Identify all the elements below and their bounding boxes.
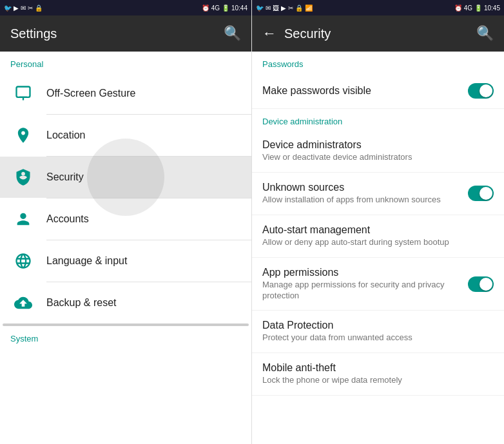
- security-title: Security: [46, 171, 241, 183]
- auto-start-item[interactable]: Auto-start management Allow or deny app …: [252, 215, 504, 258]
- language-text: Language & input: [46, 255, 241, 267]
- data-protection-subtitle: Protect your data from unwanted access: [262, 333, 494, 343]
- device-administrators-item[interactable]: Device administrators View or deactivate…: [252, 130, 504, 173]
- alarm-icon-r: ⏰: [454, 5, 462, 12]
- battery-icon: 🔋: [222, 5, 229, 12]
- right-toolbar-title: Security: [284, 26, 331, 41]
- twitter-icon-r: 🐦: [256, 5, 264, 12]
- alarm-icon: ⏰: [202, 5, 209, 12]
- video-icon-r: ▶: [281, 5, 286, 12]
- device-admin-section-header: Device administration: [252, 109, 504, 130]
- app-permissions-toggle[interactable]: [468, 276, 494, 292]
- sidebar-item-backup[interactable]: Backup & reset: [0, 282, 251, 323]
- right-status-icons-right: ⏰ 4G 🔋 10:45: [454, 5, 500, 12]
- unknown-sources-subtitle: Allow installation of apps from unknown …: [262, 195, 468, 206]
- system-section-header: System: [0, 326, 251, 347]
- gmail-icon-r: ✉: [266, 5, 271, 12]
- backup-text: Backup & reset: [46, 297, 241, 309]
- toolbar-left-group: ← Security: [262, 25, 331, 42]
- sidebar-item-security[interactable]: Security: [0, 157, 251, 198]
- left-status-bar: 🐦 ▶ ✉ ✂ 🔒 ⏰ 4G 🔋 10:44: [0, 0, 251, 15]
- left-toolbar-title: Settings: [10, 26, 57, 41]
- security-icon: [10, 164, 36, 190]
- battery-icon-r: 🔋: [474, 5, 482, 12]
- accounts-icon: [10, 206, 36, 232]
- backup-title: Backup & reset: [46, 297, 241, 309]
- twitter-icon: 🐦: [4, 5, 12, 12]
- personal-section-header: Personal: [0, 52, 251, 73]
- lock-icon-r: 🔒: [295, 5, 303, 12]
- lock-icon: 🔒: [35, 5, 43, 12]
- left-toolbar: Settings 🔍: [0, 15, 251, 52]
- right-scroll-area: Passwords Make passwords visible Device …: [252, 52, 504, 444]
- network-indicator-r: 4G: [464, 5, 472, 12]
- data-protection-item[interactable]: Data Protection Protect your data from u…: [252, 311, 504, 353]
- right-search-button[interactable]: 🔍: [476, 25, 494, 42]
- sidebar-item-location[interactable]: Location: [0, 115, 251, 156]
- scissors-icon: ✂: [28, 5, 33, 12]
- unknown-sources-toggle[interactable]: [468, 186, 494, 201]
- security-text: Security: [46, 171, 241, 183]
- right-toolbar: ← Security 🔍: [252, 15, 504, 52]
- right-status-bar: 🐦 ✉ 🖼 ▶ ✂ 🔒 📶 ⏰ 4G 🔋 10:45: [252, 0, 504, 15]
- data-protection-text: Data Protection Protect your data from u…: [262, 320, 494, 343]
- location-title: Location: [46, 130, 241, 141]
- network-indicator: 4G: [211, 5, 220, 12]
- left-status-icons-left: 🐦 ▶ ✉ ✂ 🔒: [4, 5, 43, 12]
- toggle-knob-3: [480, 278, 492, 291]
- right-status-icons-left: 🐦 ✉ 🖼 ▶ ✂ 🔒 📶: [256, 5, 313, 12]
- left-time: 10:44: [231, 5, 247, 12]
- app-permissions-item[interactable]: App permissions Manage app permissions f…: [252, 258, 504, 311]
- language-icon: [10, 248, 36, 274]
- accounts-text: Accounts: [46, 213, 241, 225]
- app-permissions-subtitle: Manage app permissions for security and …: [262, 280, 468, 302]
- app-permissions-title: App permissions: [262, 267, 468, 278]
- location-text: Location: [46, 130, 241, 141]
- toggle-knob-2: [480, 187, 492, 200]
- right-panel: 🐦 ✉ 🖼 ▶ ✂ 🔒 📶 ⏰ 4G 🔋 10:45 ← Security 🔍 …: [252, 0, 504, 444]
- location-icon: [10, 122, 36, 148]
- device-administrators-title: Device administrators: [262, 139, 494, 151]
- scissors-icon-r: ✂: [288, 5, 293, 12]
- auto-start-title: Auto-start management: [262, 224, 494, 236]
- back-button[interactable]: ←: [262, 25, 276, 42]
- right-time: 10:45: [484, 5, 500, 12]
- mobile-anti-theft-title: Mobile anti-theft: [262, 362, 494, 374]
- device-administrators-subtitle: View or deactivate device administrators: [262, 152, 494, 163]
- auto-start-subtitle: Allow or deny app auto-start during syst…: [262, 237, 494, 248]
- gmail-icon: ✉: [21, 5, 26, 12]
- left-scroll-area: Personal Off-Screen Gesture Location: [0, 52, 251, 444]
- make-passwords-visible-item[interactable]: Make passwords visible: [252, 73, 504, 109]
- gesture-title: Off-Screen Gesture: [46, 88, 241, 99]
- sidebar-item-accounts[interactable]: Accounts: [0, 198, 251, 240]
- gesture-icon: [10, 81, 36, 106]
- app-permissions-text: App permissions Manage app permissions f…: [262, 267, 468, 302]
- toggle-knob: [480, 84, 492, 97]
- device-administrators-text: Device administrators View or deactivate…: [262, 139, 494, 163]
- language-title: Language & input: [46, 255, 241, 267]
- data-protection-title: Data Protection: [262, 320, 494, 331]
- backup-icon: [10, 290, 36, 316]
- mobile-anti-theft-subtitle: Lock the phone or wipe data remotely: [262, 375, 494, 386]
- left-search-button[interactable]: 🔍: [224, 25, 241, 42]
- unknown-sources-item[interactable]: Unknown sources Allow installation of ap…: [252, 173, 504, 215]
- mobile-anti-theft-item[interactable]: Mobile anti-theft Lock the phone or wipe…: [252, 353, 504, 396]
- auto-start-text: Auto-start management Allow or deny app …: [262, 224, 494, 248]
- left-panel: 🐦 ▶ ✉ ✂ 🔒 ⏰ 4G 🔋 10:44 Settings 🔍 Person…: [0, 0, 252, 444]
- make-passwords-visible-toggle[interactable]: [468, 83, 494, 99]
- sidebar-item-off-screen-gesture[interactable]: Off-Screen Gesture: [0, 73, 251, 114]
- unknown-sources-text: Unknown sources Allow installation of ap…: [262, 182, 468, 206]
- left-status-icons-right: ⏰ 4G 🔋 10:44: [202, 5, 247, 12]
- svg-rect-0: [17, 87, 30, 97]
- gesture-text: Off-Screen Gesture: [46, 88, 241, 99]
- accounts-title: Accounts: [46, 213, 241, 225]
- mobile-anti-theft-text: Mobile anti-theft Lock the phone or wipe…: [262, 362, 494, 386]
- make-passwords-visible-text: Make passwords visible: [262, 85, 468, 97]
- photo-icon-r: 🖼: [273, 5, 279, 12]
- sidebar-item-language[interactable]: Language & input: [0, 240, 251, 282]
- unknown-sources-title: Unknown sources: [262, 182, 468, 193]
- youtube-icon: ▶: [14, 5, 19, 12]
- sim-icon-r: 📶: [305, 5, 313, 12]
- make-passwords-visible-title: Make passwords visible: [262, 85, 468, 97]
- passwords-section-header: Passwords: [252, 52, 504, 73]
